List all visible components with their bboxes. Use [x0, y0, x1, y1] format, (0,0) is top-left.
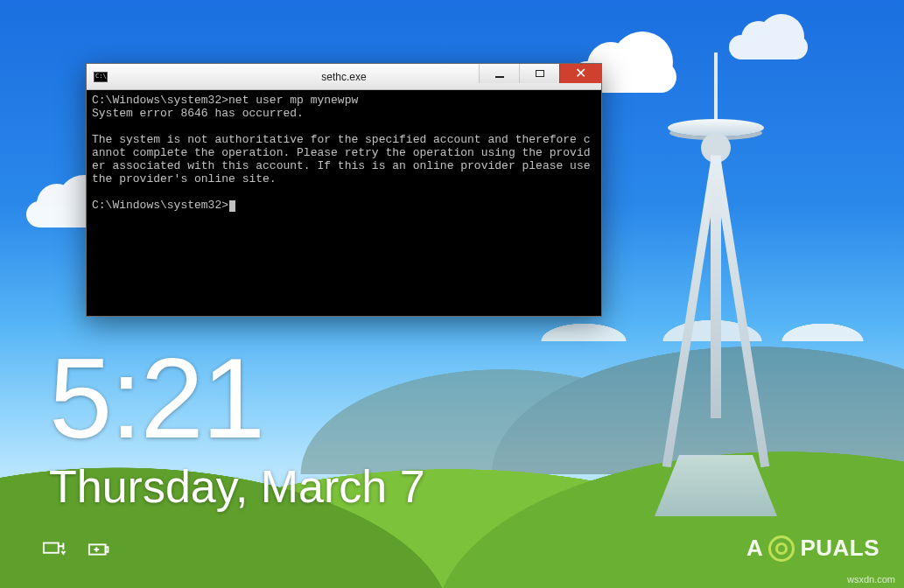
window-title: sethc.exe: [321, 71, 366, 83]
console-prompt: C:\Windows\system32>: [92, 199, 228, 212]
source-watermark: wsxdn.com: [847, 574, 895, 584]
gear-icon: [768, 536, 795, 562]
console-line: C:\Windows\system32>net user mp mynewpw: [92, 94, 358, 107]
brand-watermark: A PUALS: [746, 535, 879, 562]
status-tray: [42, 539, 114, 564]
lockscreen-clock: 5:21 Thursday, March 7: [49, 341, 425, 513]
console-line: System error 8646 has occurred.: [92, 107, 304, 120]
svg-rect-2: [106, 547, 109, 552]
close-button[interactable]: ✕: [559, 64, 601, 83]
brand-text: A: [746, 535, 763, 562]
brand-text: PUALS: [800, 535, 879, 562]
command-window[interactable]: sethc.exe ✕ C:\Windows\system32>net user…: [86, 63, 602, 317]
maximize-button[interactable]: [519, 64, 559, 83]
lock-screen: 5:21 Thursday, March 7 A PUALS wsxdn.com…: [0, 0, 904, 588]
console-line: The system is not authoritative for the …: [92, 133, 597, 186]
power-icon: [88, 539, 114, 564]
minimize-button[interactable]: [479, 64, 519, 83]
svg-rect-0: [44, 543, 59, 553]
cursor: [229, 200, 235, 212]
network-icon: [42, 539, 68, 564]
cmd-icon: [94, 72, 108, 82]
cloud-icon: [729, 35, 808, 60]
clock-time: 5:21: [49, 341, 425, 455]
titlebar[interactable]: sethc.exe ✕: [87, 64, 601, 90]
clock-date: Thursday, March 7: [49, 460, 425, 513]
console-output[interactable]: C:\Windows\system32>net user mp mynewpw …: [87, 90, 601, 316]
